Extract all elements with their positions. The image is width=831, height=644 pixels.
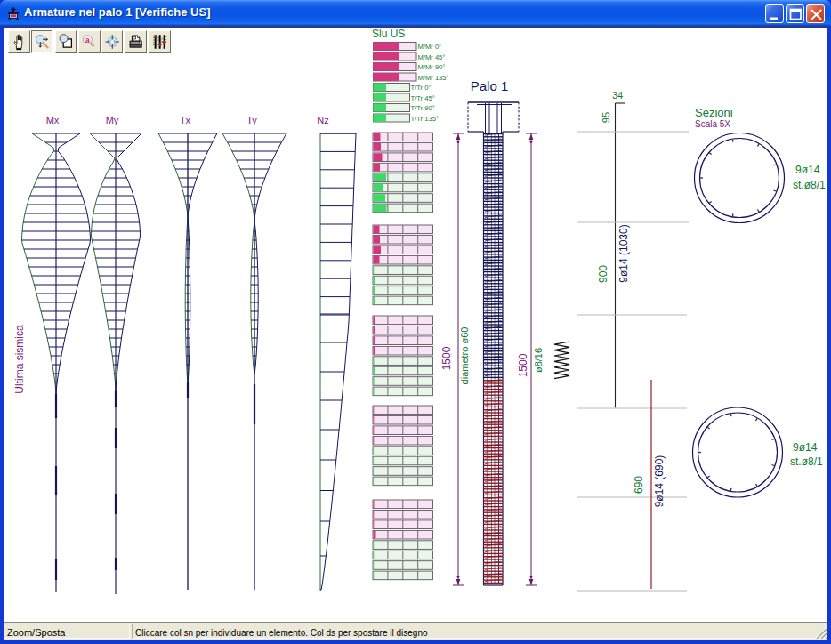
- svg-text:M/Mr 45°: M/Mr 45°: [418, 53, 446, 61]
- svg-text:Slu US: Slu US: [372, 28, 405, 40]
- svg-text:9ø14 (1030): 9ø14 (1030): [617, 224, 630, 282]
- svg-text:•: •: [92, 40, 93, 45]
- svg-text:690: 690: [633, 476, 645, 494]
- svg-text:T/Tr 45°: T/Tr 45°: [411, 94, 435, 102]
- svg-text:95: 95: [601, 112, 611, 123]
- svg-text:T/Tr 90°: T/Tr 90°: [411, 104, 435, 112]
- svg-text:Sezioni: Sezioni: [695, 106, 733, 119]
- svg-text:Ty: Ty: [246, 115, 257, 125]
- svg-text:Mx: Mx: [46, 115, 60, 125]
- svg-text:1500: 1500: [440, 346, 453, 370]
- svg-text:st.ø8/1: st.ø8/1: [790, 455, 823, 468]
- svg-text:diametro ø60: diametro ø60: [459, 327, 470, 385]
- svg-text:1500: 1500: [517, 353, 529, 377]
- svg-text:T/Tr 0°: T/Tr 0°: [411, 84, 432, 92]
- svg-text:Palo 1: Palo 1: [471, 78, 509, 93]
- svg-text:9ø14: 9ø14: [795, 164, 820, 176]
- svg-text:M/Mr 135°: M/Mr 135°: [418, 74, 449, 82]
- svg-text:Nz: Nz: [317, 115, 328, 125]
- svg-text:My: My: [106, 115, 119, 125]
- svg-text:a: a: [85, 35, 90, 44]
- svg-text:ø8/16: ø8/16: [533, 348, 544, 373]
- svg-text:9ø14: 9ø14: [793, 441, 818, 454]
- svg-text:st.ø8/1: st.ø8/1: [793, 179, 826, 191]
- svg-text:Tx: Tx: [180, 115, 191, 125]
- svg-text:M/Mr 90°: M/Mr 90°: [418, 63, 446, 71]
- svg-text:T/Tr 135°: T/Tr 135°: [411, 115, 439, 123]
- svg-text:9ø14 (690): 9ø14 (690): [653, 455, 666, 508]
- svg-text:M/Mr 0°: M/Mr 0°: [418, 43, 442, 51]
- svg-text:Scala 5X: Scala 5X: [695, 119, 730, 129]
- svg-text:Ultima sismica: Ultima sismica: [13, 325, 26, 394]
- svg-text:34: 34: [612, 90, 623, 101]
- svg-text:900: 900: [597, 265, 609, 283]
